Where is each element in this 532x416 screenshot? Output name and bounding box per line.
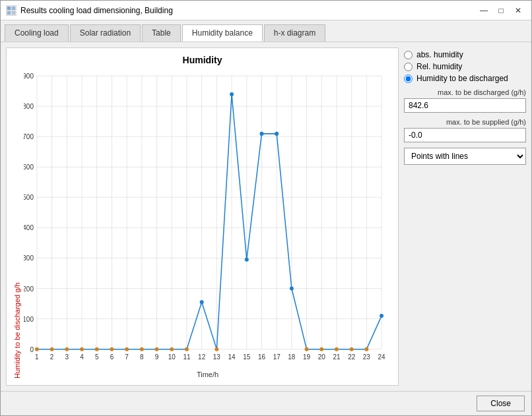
footer: Close [1, 391, 531, 415]
svg-text:1: 1 [35, 353, 39, 361]
data-point [155, 347, 159, 351]
close-button[interactable]: Close [477, 396, 525, 411]
chart-title: Humidity [183, 55, 222, 65]
radio-rel-humidity-input[interactable] [404, 63, 413, 71]
svg-text:400: 400 [24, 224, 34, 231]
svg-text:10: 10 [168, 353, 176, 361]
tab-hx-diagram[interactable]: h-x diagram [264, 24, 325, 42]
svg-text:6: 6 [110, 353, 114, 361]
tab-cooling-load[interactable]: Cooling load [5, 24, 69, 42]
data-point [319, 347, 323, 351]
tab-humidity-balance[interactable]: Humidity balance [182, 24, 263, 42]
x-axis-label: Time/h [24, 371, 391, 378]
title-bar-left: Results cooling load dimensioning, Build… [6, 5, 173, 16]
max-discharged-group: max. to be discharged (g/h) [404, 88, 526, 113]
svg-text:500: 500 [24, 194, 34, 201]
data-point [80, 347, 84, 351]
app-icon [6, 5, 17, 16]
minimize-button[interactable]: — [476, 3, 492, 18]
svg-text:200: 200 [24, 285, 34, 293]
radio-abs-humidity-label: abs. humidity [416, 50, 463, 59]
maximize-button[interactable]: □ [493, 3, 509, 18]
svg-text:7: 7 [125, 353, 129, 361]
svg-rect-0 [7, 7, 11, 10]
data-point [290, 287, 294, 291]
data-point [170, 347, 174, 351]
svg-text:16: 16 [258, 353, 265, 361]
data-point [140, 347, 144, 351]
data-point [95, 347, 99, 351]
radio-abs-humidity[interactable]: abs. humidity [404, 50, 526, 59]
tab-bar: Cooling load Solar radiation Table Humid… [1, 20, 531, 42]
tab-solar-radiation[interactable]: Solar radiation [70, 24, 141, 42]
radio-humidity-discharged-label: Humidity to be discharged [416, 74, 508, 83]
data-point [65, 347, 69, 351]
max-supplied-input[interactable] [404, 128, 526, 142]
data-point [125, 347, 129, 351]
content-area: Humidity Humidity to be discharged g/h [1, 42, 531, 391]
chart-panel: Humidity Humidity to be discharged g/h [6, 47, 399, 386]
close-title-button[interactable]: ✕ [510, 3, 526, 18]
y-axis-label: Humidity to be discharged g/h [13, 69, 21, 378]
svg-text:0: 0 [30, 346, 34, 353]
svg-text:600: 600 [24, 163, 34, 171]
radio-rel-humidity-label: Rel. humidity [416, 62, 462, 71]
data-point [364, 347, 368, 351]
svg-text:4: 4 [80, 353, 84, 361]
chart-svg-area: 0 100 200 300 400 500 600 700 800 900 [24, 69, 391, 369]
svg-text:11: 11 [183, 353, 190, 361]
data-point [185, 347, 189, 351]
svg-rect-3 [12, 11, 15, 15]
radio-abs-humidity-input[interactable] [404, 51, 413, 59]
window-title: Results cooling load dimensioning, Build… [20, 6, 173, 15]
svg-text:100: 100 [24, 316, 34, 323]
svg-text:900: 900 [24, 73, 34, 80]
max-supplied-group: max. to be supplied (g/h) [404, 118, 526, 142]
chart-type-group: Points with lines Points Lines [404, 148, 526, 165]
svg-text:5: 5 [95, 353, 99, 361]
svg-text:13: 13 [213, 353, 220, 361]
data-point [35, 347, 39, 351]
main-window: Results cooling load dimensioning, Build… [0, 0, 532, 416]
radio-rel-humidity[interactable]: Rel. humidity [404, 62, 526, 71]
svg-text:12: 12 [198, 353, 205, 361]
svg-text:17: 17 [273, 353, 281, 361]
max-discharged-label: max. to be discharged (g/h) [404, 88, 526, 96]
svg-text:9: 9 [155, 353, 159, 361]
chart-type-select[interactable]: Points with lines Points Lines [404, 148, 526, 165]
svg-text:300: 300 [24, 254, 34, 262]
radio-humidity-discharged[interactable]: Humidity to be discharged [404, 74, 526, 83]
title-controls: — □ ✕ [476, 3, 526, 18]
svg-text:19: 19 [303, 353, 310, 361]
svg-text:15: 15 [243, 353, 250, 361]
max-discharged-input[interactable] [404, 98, 526, 113]
data-point [259, 132, 263, 136]
svg-text:23: 23 [363, 353, 370, 361]
data-point [50, 347, 54, 351]
svg-text:8: 8 [140, 353, 144, 361]
svg-text:3: 3 [65, 353, 69, 361]
svg-text:24: 24 [378, 353, 385, 361]
chart-svg: 0 100 200 300 400 500 600 700 800 900 [24, 69, 391, 369]
svg-text:700: 700 [24, 133, 34, 140]
svg-text:2: 2 [50, 353, 54, 361]
svg-rect-2 [7, 11, 11, 15]
data-point [380, 314, 383, 318]
chart-container: Humidity to be discharged g/h [13, 69, 391, 378]
data-point [245, 258, 249, 262]
radio-group: abs. humidity Rel. humidity Humidity to … [404, 50, 526, 83]
data-point [230, 92, 234, 96]
svg-text:22: 22 [348, 353, 355, 361]
data-point [200, 300, 204, 304]
tab-table[interactable]: Table [142, 24, 181, 42]
svg-text:800: 800 [24, 103, 34, 110]
svg-text:21: 21 [333, 353, 340, 361]
svg-text:20: 20 [318, 353, 325, 361]
data-point [350, 347, 354, 351]
chart-inner: 0 100 200 300 400 500 600 700 800 900 [24, 69, 391, 378]
svg-text:18: 18 [288, 353, 295, 361]
data-point [305, 347, 309, 351]
max-supplied-label: max. to be supplied (g/h) [404, 118, 526, 126]
svg-rect-1 [12, 7, 15, 10]
radio-humidity-discharged-input[interactable] [404, 74, 413, 83]
